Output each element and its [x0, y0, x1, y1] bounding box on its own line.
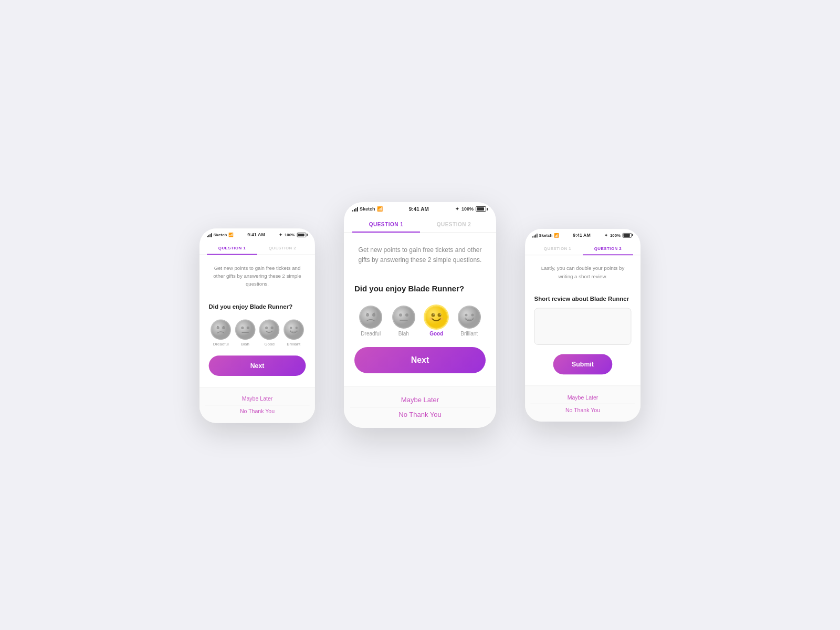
carrier-left: Sketch [213, 232, 227, 237]
description-center: Get new points to gain free tickets and … [344, 233, 496, 276]
phone-center-wrapper: Sketch 📶 9:41 AM ✦ 100% QUESTION 1 QUEST… [344, 202, 496, 428]
bluetooth-icon-right: ✦ [604, 233, 608, 238]
tab-q2-left[interactable]: QUESTION 2 [257, 240, 308, 255]
svg-point-26 [438, 313, 442, 317]
emoji-good-left[interactable]: Good [259, 319, 280, 346]
emoji-label-good-left: Good [264, 341, 274, 346]
tab-q1-right[interactable]: QUESTION 1 [532, 240, 583, 255]
tab-q2-right[interactable]: QUESTION 2 [583, 240, 633, 255]
emoji-face-good-center [425, 306, 448, 329]
svg-point-17 [372, 313, 375, 317]
review-label: Short review about Blade Runner [534, 296, 632, 302]
svg-point-27 [434, 314, 435, 315]
battery-icon-left [297, 232, 308, 237]
scene: Sketch 📶 9:41 AM ✦ 100% QUESTION 1 QUEST… [192, 202, 648, 428]
phone-center: Sketch 📶 9:41 AM ✦ 100% QUESTION 1 QUEST… [344, 202, 496, 428]
emoji-good-center[interactable]: Good [425, 306, 448, 337]
time-left: 9:41 AM [247, 232, 265, 237]
footer-right: Maybe Later No Thank You [525, 386, 640, 422]
next-button-left[interactable]: Next [209, 355, 306, 376]
emoji-label-blah-center: Blah [398, 331, 409, 337]
emoji-label-brilliant-center: Brilliant [460, 331, 478, 337]
emoji-brilliant-left[interactable]: Brilliant [284, 319, 304, 346]
tab-bar-left: QUESTION 1 QUESTION 2 [200, 240, 315, 255]
emoji-blah-left[interactable]: Blah [235, 319, 256, 346]
question-section-left: Did you enjoy Blade Runner? [200, 296, 315, 386]
tab-bar-right: QUESTION 1 QUESTION 2 [525, 240, 640, 255]
tab-bar-center: QUESTION 1 QUESTION 2 [344, 215, 496, 233]
emoji-dreadful-center[interactable]: Dreadful [359, 306, 382, 337]
status-bar-left: Sketch 📶 9:41 AM ✦ 100% [200, 228, 315, 240]
question-title-left: Did you enjoy Blade Runner? [209, 303, 306, 310]
wifi-icon-right: 📶 [554, 233, 559, 238]
emoji-row-left: Dreadful Blah [209, 319, 306, 346]
status-bar-right: Sketch 📶 9:41 AM ✦ 100% [525, 229, 640, 240]
review-section: Short review about Blade Runner Submit [525, 288, 640, 386]
tab-q2-center[interactable]: QUESTION 2 [420, 215, 488, 233]
svg-point-30 [440, 317, 443, 320]
tab-q1-left[interactable]: QUESTION 1 [207, 240, 257, 255]
bluetooth-icon-center: ✦ [455, 206, 459, 212]
review-textarea[interactable] [534, 308, 632, 345]
question-section-center: Did you enjoy Blade Runner? [344, 276, 496, 386]
signal-icon [207, 232, 212, 237]
maybe-later-center[interactable]: Maybe Later [350, 393, 490, 407]
emoji-label-dreadful-left: Dreadful [213, 341, 229, 346]
svg-point-28 [440, 314, 441, 315]
emoji-face-dreadful-center [359, 306, 382, 329]
submit-button[interactable]: Submit [553, 354, 612, 375]
battery-icon-right [623, 233, 633, 238]
no-thank-you-left[interactable]: No Thank You [205, 405, 310, 417]
time-center: 9:41 AM [409, 206, 429, 212]
svg-point-15 [360, 307, 381, 328]
wifi-icon-center: 📶 [377, 206, 383, 212]
emoji-label-brilliant-left: Brilliant [287, 341, 300, 346]
svg-point-32 [465, 314, 467, 317]
status-bar-center: Sketch 📶 9:41 AM ✦ 100% [344, 202, 496, 215]
emoji-face-dreadful-left [211, 319, 231, 340]
emoji-dreadful-left[interactable]: Dreadful [211, 319, 231, 346]
emoji-face-blah-left [235, 319, 256, 340]
description-left: Get new points to gain free tickets and … [200, 255, 315, 296]
carrier-right: Sketch [539, 233, 552, 238]
emoji-face-brilliant-center [458, 306, 481, 329]
svg-point-20 [393, 307, 414, 328]
emoji-face-brilliant-left [284, 319, 304, 340]
next-button-center[interactable]: Next [354, 347, 486, 373]
emoji-blah-center[interactable]: Blah [392, 306, 415, 337]
no-thank-you-center[interactable]: No Thank You [350, 407, 490, 422]
emoji-face-good-left [259, 319, 280, 340]
description-right: Lastly, you can double your points by wr… [525, 256, 640, 289]
signal-icon-center [352, 206, 358, 212]
phone-left: Sketch 📶 9:41 AM ✦ 100% QUESTION 1 QUEST… [200, 228, 315, 423]
question-title-center: Did you enjoy Blade Runner? [354, 284, 486, 293]
emoji-row-center: Dreadful Blah [354, 306, 486, 337]
emoji-brilliant-center[interactable]: Brilliant [458, 306, 481, 337]
phone-right: Sketch 📶 9:41 AM ✦ 100% QUESTION 1 QUEST… [525, 229, 640, 422]
svg-point-12 [285, 320, 303, 339]
svg-point-31 [459, 307, 480, 328]
maybe-later-left[interactable]: Maybe Later [205, 393, 310, 405]
battery-pct-left: 100% [285, 232, 295, 237]
emoji-label-blah-left: Blah [241, 341, 249, 346]
time-right: 9:41 AM [573, 233, 590, 238]
svg-point-0 [212, 320, 230, 339]
phone-right-wrapper: Sketch 📶 9:41 AM ✦ 100% QUESTION 1 QUEST… [517, 216, 648, 435]
svg-point-9 [260, 320, 279, 339]
emoji-label-good-center: Good [429, 331, 443, 337]
svg-point-24 [426, 307, 447, 328]
bluetooth-icon-left: ✦ [279, 232, 282, 237]
svg-point-22 [405, 313, 408, 317]
footer-center: Maybe Later No Thank You [344, 386, 496, 428]
battery-icon-center [476, 206, 488, 212]
wifi-icon-left: 📶 [228, 232, 234, 237]
svg-point-21 [399, 313, 402, 317]
tab-q1-center[interactable]: QUESTION 1 [352, 215, 420, 233]
svg-point-16 [366, 313, 369, 317]
svg-point-5 [236, 320, 254, 339]
no-thank-you-right[interactable]: No Thank You [531, 404, 635, 416]
carrier-center: Sketch [360, 206, 375, 212]
maybe-later-right[interactable]: Maybe Later [531, 392, 635, 404]
signal-icon-right [532, 233, 538, 238]
emoji-face-blah-center [392, 306, 415, 329]
